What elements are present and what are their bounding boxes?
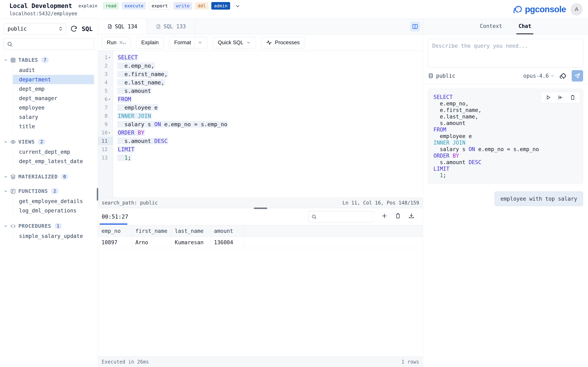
- column-header-emp_no[interactable]: emp_no: [98, 225, 132, 236]
- gutter-line-1: 1▾: [98, 53, 113, 62]
- sql-editor[interactable]: 1▾23456▾78910▾111213 SELECT e.emp_no, e.…: [98, 51, 423, 198]
- section-count-badge: 0: [61, 174, 68, 180]
- chat-schema-context: public: [428, 73, 455, 79]
- line-number: 10: [101, 130, 108, 136]
- sidebar-item-log_dml_operations[interactable]: log_dml_operations: [13, 206, 94, 215]
- tab-sql-134[interactable]: SQL 134: [98, 19, 147, 34]
- insert-query-into-editor-icon[interactable]: [557, 94, 563, 100]
- download-results-icon[interactable]: [408, 213, 415, 219]
- sql-token: s.amount: [433, 120, 466, 126]
- gutter-line-2: 2: [98, 62, 113, 70]
- sidebar-item-dept_emp_latest_date[interactable]: dept_emp_latest_date: [13, 157, 94, 166]
- section-header-tables[interactable]: TABLES7: [0, 55, 98, 65]
- chevron-down-icon[interactable]: [198, 40, 202, 45]
- results-toolbar: 00:51:27: [98, 208, 423, 225]
- code-line-text: 1;: [117, 154, 132, 161]
- column-header-last_name[interactable]: last_name: [171, 225, 210, 236]
- copy-results-icon[interactable]: [395, 213, 401, 219]
- eye-icon: [10, 139, 16, 145]
- sql-token: e.first_name,: [118, 71, 168, 77]
- sidebar-item-get_employee_details[interactable]: get_employee_details: [13, 197, 94, 206]
- schema-select[interactable]: public: [4, 23, 66, 34]
- model-select[interactable]: opus-4.6: [523, 73, 554, 79]
- sidebar-item-department[interactable]: department: [13, 75, 94, 84]
- sidebar-search-input[interactable]: [15, 41, 91, 47]
- horizontal-resize-handle[interactable]: [254, 208, 267, 209]
- sidebar-item-dept_emp[interactable]: dept_emp: [13, 84, 94, 94]
- vertical-resize-handle[interactable]: [97, 188, 98, 201]
- run-suggested-query-icon[interactable]: [545, 94, 551, 100]
- sql-token: LIMIT: [433, 166, 449, 172]
- sql-mode-label[interactable]: SQL: [82, 25, 93, 33]
- results-search-input[interactable]: [319, 214, 381, 220]
- line-number: 3: [101, 71, 108, 77]
- sidebar-search[interactable]: [4, 38, 94, 50]
- sidebar-item-audit[interactable]: audit: [13, 66, 94, 75]
- table-row[interactable]: 10897ArnoKumaresan136004: [98, 237, 423, 248]
- tab-sql-133[interactable]: SQL 133: [147, 19, 195, 34]
- sql-token: e.emp_no,: [433, 100, 468, 107]
- line-number: 13: [101, 155, 108, 161]
- code-line-4: e.last_name,: [117, 78, 423, 87]
- section-header-procedures[interactable]: PROCEDURES1: [0, 221, 98, 231]
- sidebar-item-title[interactable]: title: [13, 122, 94, 131]
- copy-query-icon[interactable]: [570, 94, 576, 100]
- line-number: 4: [101, 80, 108, 85]
- format-button[interactable]: Format: [169, 37, 207, 48]
- tab-chat[interactable]: Chat: [516, 19, 533, 34]
- clear-chat-eraser-icon[interactable]: [559, 72, 567, 80]
- chat-input[interactable]: [428, 39, 583, 67]
- code-line-2: e.emp_no,: [117, 62, 423, 70]
- add-result-tab-icon[interactable]: [381, 213, 388, 219]
- sidebar-item-dept_manager[interactable]: dept_manager: [13, 94, 94, 103]
- search-path-status: search_path: public: [102, 200, 158, 206]
- chevron-down-icon[interactable]: [235, 3, 240, 8]
- editor-code[interactable]: SELECT e.emp_no, e.first_name, e.last_na…: [113, 51, 423, 198]
- sidebar-item-simple_salary_update[interactable]: simple_salary_update: [13, 231, 94, 241]
- sidebar-item-salary[interactable]: salary: [13, 112, 94, 122]
- sql-token: SELECT: [118, 54, 138, 60]
- user-chat-message: employee with top salary: [494, 192, 583, 206]
- model-select-value: opus-4.6: [523, 73, 549, 79]
- schema-select-value: public: [8, 26, 27, 32]
- section-items: simple_salary_update: [13, 231, 98, 242]
- quick-sql-button[interactable]: Quick SQL: [213, 37, 256, 48]
- explain-button[interactable]: Explain: [136, 37, 164, 48]
- section-header-views[interactable]: VIEWS2: [0, 137, 98, 146]
- line-number: 11: [101, 138, 108, 144]
- result-timer-tab[interactable]: 00:51:27: [102, 213, 128, 220]
- badge-execute: execute: [122, 2, 146, 9]
- assistant-panel: ContextChat public opus-4.6: [423, 19, 588, 367]
- split-view-button[interactable]: [410, 22, 420, 31]
- tab-label: SQL 134: [115, 24, 138, 30]
- fold-marker-icon[interactable]: ▾: [108, 56, 112, 59]
- response-code-line-12: LIMIT: [433, 166, 578, 172]
- section-views: VIEWS2current_dept_empdept_emp_latest_da…: [0, 137, 98, 167]
- sidebar-item-employee[interactable]: employee: [13, 103, 94, 112]
- results-search[interactable]: [309, 211, 374, 222]
- section-count-badge: 2: [51, 188, 58, 194]
- line-number: 6: [101, 96, 108, 102]
- section-header-materialized[interactable]: MATERIALIZED0: [0, 172, 98, 181]
- badge-read: read: [103, 2, 119, 9]
- sidebar-item-current_dept_emp[interactable]: current_dept_emp: [13, 147, 94, 157]
- fold-marker-icon[interactable]: ▾: [108, 98, 112, 101]
- section-header-functions[interactable]: FUNCTIONS2: [0, 187, 98, 196]
- send-button[interactable]: [572, 70, 583, 82]
- avatar[interactable]: A: [571, 3, 583, 16]
- table-icon: [10, 57, 16, 63]
- sql-token: SELECT: [433, 94, 453, 100]
- run-button[interactable]: Run ⌘↵: [102, 37, 131, 48]
- column-header-first_name[interactable]: first_name: [132, 225, 171, 236]
- brand-logo: pgconsole: [511, 3, 566, 15]
- table-cell: Arno: [132, 237, 171, 248]
- column-header-amount[interactable]: amount: [210, 225, 244, 236]
- processes-button[interactable]: Processes: [261, 37, 305, 48]
- tab-context[interactable]: Context: [478, 19, 504, 34]
- refresh-icon[interactable]: [70, 25, 78, 33]
- results-empty-area: [98, 248, 423, 356]
- brand-name: pgconsole: [525, 4, 566, 14]
- fold-marker-icon[interactable]: ▾: [108, 131, 112, 134]
- cursor-position-status: Ln 11, Col 16, Pos 148/159: [342, 200, 419, 206]
- sql-token: FROM: [433, 127, 446, 133]
